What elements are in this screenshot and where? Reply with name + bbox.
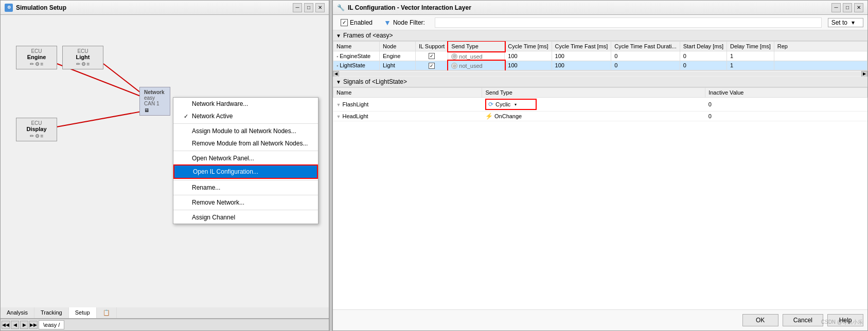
filter-icon: ▼ bbox=[384, 19, 391, 27]
sig-col-name: Name bbox=[333, 88, 482, 98]
bottom-tabs[interactable]: Analysis Tracking Setup 📋 bbox=[1, 307, 329, 319]
context-remove-network[interactable]: Remove Network... bbox=[173, 196, 318, 209]
tab-analysis[interactable]: Analysis bbox=[1, 307, 34, 318]
watermark: CSDN @导航小乐 bbox=[821, 319, 863, 326]
sig-col-send-type: Send Type bbox=[482, 88, 705, 98]
ecu-light-name: Light bbox=[65, 54, 101, 60]
sig-name-headlight: ▼ HeadLight bbox=[333, 112, 482, 121]
context-assign-module[interactable]: Assign Module to all Network Nodes... bbox=[173, 125, 318, 137]
expand-icon-headlight: ▼ bbox=[336, 114, 341, 119]
frame-il-engine[interactable] bbox=[416, 51, 448, 61]
context-remove-module[interactable]: Remove Module from all Network Nodes... bbox=[173, 137, 318, 150]
frame-send-type-engine[interactable]: ⊘ not_used bbox=[448, 51, 505, 61]
frames-table: Name Node IL Support Send Type Cycle Tim… bbox=[333, 41, 867, 70]
col-header-rep: Rep bbox=[774, 42, 867, 51]
tab-tracking[interactable]: Tracking bbox=[34, 307, 69, 318]
context-rename[interactable]: Rename... bbox=[173, 181, 318, 194]
maximize-button[interactable]: □ bbox=[304, 3, 313, 12]
col-header-il: IL Support bbox=[416, 42, 448, 51]
context-network-hardware[interactable]: Network Hardware... bbox=[173, 98, 318, 110]
il-minimize-button[interactable]: ─ bbox=[831, 3, 841, 12]
il-close-button[interactable]: ✕ bbox=[854, 3, 863, 12]
enabled-checkbox[interactable]: ✓ bbox=[341, 19, 348, 26]
tab-setup[interactable]: Setup bbox=[69, 307, 97, 318]
sim-setup-title-text: Simulation Setup bbox=[16, 4, 66, 11]
frames-header-row: Name Node IL Support Send Type Cycle Tim… bbox=[333, 42, 867, 51]
ecu-engine: ECU Engine ✏ ⚙ ≡ bbox=[16, 46, 57, 69]
frame-icon-engine: ▪ bbox=[336, 54, 338, 59]
il-maximize-button[interactable]: □ bbox=[843, 3, 852, 12]
frames-table-container: Name Node IL Support Send Type Cycle Tim… bbox=[333, 41, 867, 70]
network-icon: 🖥 bbox=[144, 107, 166, 113]
scroll-track[interactable] bbox=[339, 72, 861, 76]
onchange-icon: ⚡ bbox=[485, 113, 493, 120]
nav-first-button[interactable]: ◀◀ bbox=[2, 321, 10, 329]
set-to-dropdown[interactable]: Set to ▾ bbox=[828, 18, 863, 27]
il-controls[interactable]: ─ □ ✕ bbox=[831, 3, 863, 12]
nav-prev-button[interactable]: ◀ bbox=[11, 321, 19, 329]
node-filter-button[interactable]: ▼ Node Filter: bbox=[380, 17, 429, 28]
h-scrollbar[interactable]: ◀ ▶ bbox=[333, 70, 867, 77]
frame-node-engine: Engine bbox=[380, 51, 416, 61]
context-network-active[interactable]: ✓Network Active bbox=[173, 110, 318, 122]
pencil-icon: ✏ bbox=[30, 61, 34, 67]
sig-col-inactive: Inactive Value bbox=[705, 88, 867, 98]
frame-ctf-engine: 100 bbox=[552, 51, 611, 61]
sim-setup-title: ⚙ Simulation Setup bbox=[5, 4, 66, 12]
context-separator-1 bbox=[173, 123, 318, 124]
col-header-cycle-time: Cycle Time [ms] bbox=[505, 42, 552, 51]
gear-icon: ⚙ bbox=[35, 61, 40, 67]
dropdown-arrow-icon: ▾ bbox=[515, 102, 517, 107]
minimize-button[interactable]: ─ bbox=[293, 3, 302, 12]
signals-header-row: Name Send Type Inactive Value bbox=[333, 88, 867, 98]
close-button[interactable]: ✕ bbox=[315, 3, 325, 12]
sig-send-type-flashlight[interactable]: ⟳ Cyclic ▾ bbox=[482, 98, 705, 112]
ok-button[interactable]: OK bbox=[742, 314, 778, 326]
sig-inactive-headlight: 0 bbox=[705, 112, 867, 121]
frame-rep-light bbox=[774, 61, 867, 70]
col-header-start-delay: Start Delay [ms] bbox=[680, 42, 727, 51]
il-toolbar: ✓ Enabled ▼ Node Filter: Set to ▾ bbox=[333, 15, 867, 30]
sig-name-flashlight: ▼ FlashLight bbox=[333, 98, 482, 112]
easy-tab-label: \easy bbox=[43, 322, 57, 328]
scroll-left-arrow[interactable]: ◀ bbox=[333, 71, 339, 77]
context-open-network-panel[interactable]: Open Network Panel... bbox=[173, 152, 318, 164]
context-assign-channel[interactable]: Assign Channel bbox=[173, 211, 318, 224]
tab-extra-icon[interactable]: 📋 bbox=[97, 307, 117, 318]
cancel-button[interactable]: Cancel bbox=[783, 314, 823, 326]
sim-setup-controls[interactable]: ─ □ ✕ bbox=[293, 3, 325, 12]
col-header-send-type[interactable]: Send Type bbox=[448, 42, 505, 51]
network-box[interactable]: Network easy CAN 1 🖥 bbox=[139, 87, 170, 116]
easy-tab[interactable]: \easy / bbox=[39, 320, 64, 329]
nav-next-button[interactable]: ▶ bbox=[20, 321, 28, 329]
gear-icon-light: ⚙ bbox=[81, 61, 86, 67]
frame-ctfd-engine: 0 bbox=[611, 51, 680, 61]
ecu-light: ECU Light ✏ ⚙ ≡ bbox=[62, 46, 103, 69]
node-filter-label: Node Filter: bbox=[393, 19, 425, 26]
frame-il-light[interactable] bbox=[416, 61, 448, 70]
il-checkbox-light[interactable] bbox=[429, 63, 435, 69]
action-bar: OK Cancel Help bbox=[333, 309, 867, 330]
scroll-right-arrow[interactable]: ▶ bbox=[861, 71, 867, 77]
signals-section-header[interactable]: ▼ Signals of <LightState> bbox=[333, 77, 867, 87]
pencil-icon-light: ✏ bbox=[76, 61, 80, 67]
enabled-button[interactable]: ✓ Enabled bbox=[337, 17, 376, 28]
context-menu[interactable]: Network Hardware... ✓Network Active Assi… bbox=[173, 97, 318, 224]
tab-nav-bar[interactable]: ◀◀ ◀ ▶ ▶▶ \easy / bbox=[1, 319, 329, 330]
il-checkbox-engine[interactable] bbox=[429, 53, 435, 59]
node-filter-input[interactable] bbox=[435, 17, 822, 28]
col-header-node: Node bbox=[380, 42, 416, 51]
ecu-light-icons: ✏ ⚙ ≡ bbox=[65, 61, 101, 67]
table-row: ▪ LightState Light ⊘ not_used bbox=[333, 61, 867, 70]
table-row: ▪ EngineState Engine ⊘ not_used bbox=[333, 51, 867, 61]
context-open-il-config[interactable]: Open IL Configuration... bbox=[173, 164, 318, 179]
ecu-engine-label: ECU bbox=[19, 48, 55, 54]
frame-node-light: Light bbox=[380, 61, 416, 70]
flashlight-send-type-dropdown[interactable]: ⟳ Cyclic ▾ bbox=[485, 99, 537, 110]
frame-sd-engine: 0 bbox=[680, 51, 727, 61]
frame-send-type-light[interactable]: ⊘ not_used bbox=[448, 61, 505, 70]
collapse-signals-icon: ▼ bbox=[336, 79, 341, 85]
il-titlebar: 🔧 IL Configuration - Vector Interaction … bbox=[333, 1, 867, 15]
nav-last-button[interactable]: ▶▶ bbox=[29, 321, 38, 329]
frames-section-header[interactable]: ▼ Frames of <easy> bbox=[333, 30, 867, 41]
